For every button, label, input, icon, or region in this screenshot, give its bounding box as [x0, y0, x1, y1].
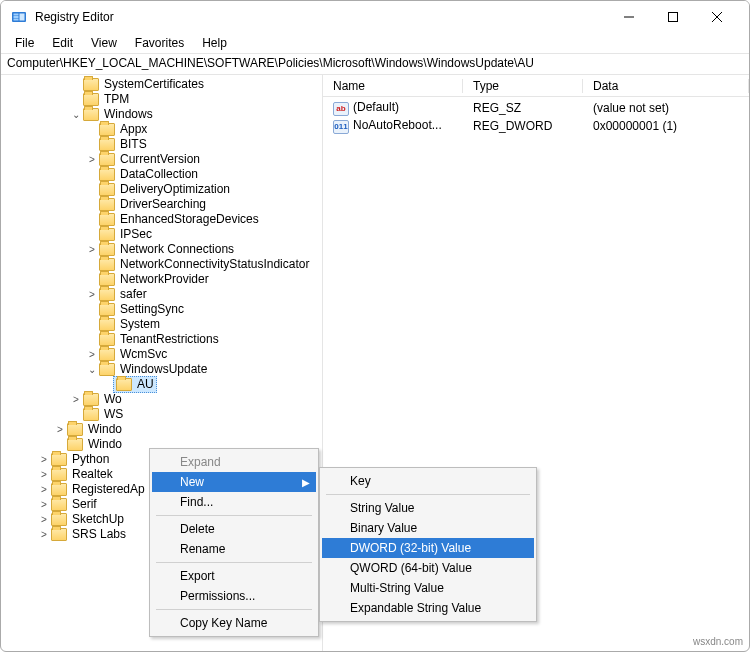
tree-item[interactable]: >Network Connections — [1, 242, 322, 257]
folder-icon — [83, 393, 99, 406]
tree-expander-icon[interactable]: > — [85, 152, 99, 167]
tree-item-label: CurrentVersion — [119, 152, 200, 167]
tree-expander-icon[interactable]: > — [37, 452, 51, 467]
menu-edit[interactable]: Edit — [44, 35, 81, 51]
tree-item[interactable]: TPM — [1, 92, 322, 107]
close-button[interactable] — [695, 3, 739, 31]
tree-item[interactable]: >safer — [1, 287, 322, 302]
ctx-sep — [156, 562, 312, 563]
folder-icon — [99, 228, 115, 241]
tree-item[interactable]: ⌄WindowsUpdate — [1, 362, 322, 377]
tree-item[interactable]: System — [1, 317, 322, 332]
folder-icon — [99, 258, 115, 271]
submenu-arrow-icon: ▶ — [302, 477, 310, 488]
ctx-delete[interactable]: Delete — [152, 519, 316, 539]
tree-item-label: Windows — [103, 107, 153, 122]
new-expandable-string[interactable]: Expandable String Value — [322, 598, 534, 618]
tree-item[interactable]: DeliveryOptimization — [1, 182, 322, 197]
folder-icon — [67, 438, 83, 451]
tree-expander-icon[interactable]: ⌄ — [69, 107, 83, 122]
tree-item[interactable]: BITS — [1, 137, 322, 152]
col-data[interactable]: Data — [583, 79, 749, 93]
menu-file[interactable]: File — [7, 35, 42, 51]
tree-item-label: WS — [103, 407, 123, 422]
new-string[interactable]: String Value — [322, 498, 534, 518]
tree-item[interactable]: TenantRestrictions — [1, 332, 322, 347]
folder-icon — [99, 273, 115, 286]
value-name: NoAutoReboot... — [353, 118, 442, 132]
folder-icon — [99, 288, 115, 301]
tree-item[interactable]: >Windo — [1, 422, 322, 437]
tree-item[interactable]: DataCollection — [1, 167, 322, 182]
maximize-button[interactable] — [651, 3, 695, 31]
tree-item[interactable]: DriverSearching — [1, 197, 322, 212]
tree-expander-icon[interactable]: > — [37, 512, 51, 527]
tree-item[interactable]: SystemCertificates — [1, 77, 322, 92]
tree-item[interactable]: >WcmSvc — [1, 347, 322, 362]
tree-expander-icon[interactable]: > — [85, 287, 99, 302]
tree-expander-icon[interactable]: > — [85, 242, 99, 257]
tree-expander-icon[interactable]: > — [85, 347, 99, 362]
value-row[interactable]: 011NoAutoReboot...REG_DWORD0x00000001 (1… — [323, 117, 749, 135]
tree-item[interactable]: IPSec — [1, 227, 322, 242]
new-key[interactable]: Key — [322, 471, 534, 491]
col-name[interactable]: Name — [323, 79, 463, 93]
folder-icon — [99, 198, 115, 211]
tree-expander-icon[interactable]: > — [37, 482, 51, 497]
new-qword[interactable]: QWORD (64-bit) Value — [322, 558, 534, 578]
ctx-export[interactable]: Export — [152, 566, 316, 586]
menu-help[interactable]: Help — [194, 35, 235, 51]
tree-item-label: EnhancedStorageDevices — [119, 212, 259, 227]
menu-favorites[interactable]: Favorites — [127, 35, 192, 51]
tree-item-label: Windo — [87, 437, 122, 452]
tree-item-label: TenantRestrictions — [119, 332, 219, 347]
value-row[interactable]: ab(Default)REG_SZ(value not set) — [323, 99, 749, 117]
ctx-new-label: New — [180, 475, 204, 489]
tree-item-label: TPM — [103, 92, 129, 107]
ctx-expand[interactable]: Expand — [152, 452, 316, 472]
tree-item[interactable]: NetworkConnectivityStatusIndicator — [1, 257, 322, 272]
folder-icon — [99, 348, 115, 361]
new-multi-string[interactable]: Multi-String Value — [322, 578, 534, 598]
ctx-find[interactable]: Find... — [152, 492, 316, 512]
new-binary[interactable]: Binary Value — [322, 518, 534, 538]
minimize-button[interactable] — [607, 3, 651, 31]
tree-item[interactable]: Appx — [1, 122, 322, 137]
folder-icon — [51, 498, 67, 511]
context-submenu-new: Key String Value Binary Value DWORD (32-… — [319, 467, 537, 622]
tree-expander-icon[interactable]: > — [69, 392, 83, 407]
tree-item-label: safer — [119, 287, 147, 302]
ctx-permissions[interactable]: Permissions... — [152, 586, 316, 606]
value-data: 0x00000001 (1) — [583, 119, 749, 133]
tree-expander-icon[interactable]: > — [37, 467, 51, 482]
tree-item[interactable]: AU — [1, 377, 322, 392]
folder-icon — [99, 123, 115, 136]
tree-item[interactable]: WS — [1, 407, 322, 422]
new-dword[interactable]: DWORD (32-bit) Value — [322, 538, 534, 558]
tree-item[interactable]: >CurrentVersion — [1, 152, 322, 167]
tree-item-label: SRS Labs — [71, 527, 126, 542]
folder-icon — [51, 453, 67, 466]
tree-expander-icon[interactable]: ⌄ — [85, 362, 99, 377]
tree-item[interactable]: ⌄Windows — [1, 107, 322, 122]
menu-view[interactable]: View — [83, 35, 125, 51]
tree-item[interactable]: >Wo — [1, 392, 322, 407]
tree-item-label: Network Connections — [119, 242, 234, 257]
folder-icon — [99, 318, 115, 331]
folder-icon — [51, 468, 67, 481]
col-type[interactable]: Type — [463, 79, 583, 93]
tree-item-label: DeliveryOptimization — [119, 182, 230, 197]
tree-expander-icon[interactable]: > — [37, 527, 51, 542]
ctx-copy-key-name[interactable]: Copy Key Name — [152, 613, 316, 633]
tree-item[interactable]: EnhancedStorageDevices — [1, 212, 322, 227]
folder-icon — [99, 168, 115, 181]
ctx-rename[interactable]: Rename — [152, 539, 316, 559]
tree-expander-icon[interactable]: > — [53, 422, 67, 437]
ctx-new[interactable]: New ▶ — [152, 472, 316, 492]
tree-item[interactable]: NetworkProvider — [1, 272, 322, 287]
tree-item[interactable]: SettingSync — [1, 302, 322, 317]
address-bar[interactable]: Computer\HKEY_LOCAL_MACHINE\SOFTWARE\Pol… — [1, 53, 749, 75]
folder-icon — [51, 483, 67, 496]
tree-expander-icon[interactable]: > — [37, 497, 51, 512]
tree-item-label: Windo — [87, 422, 122, 437]
